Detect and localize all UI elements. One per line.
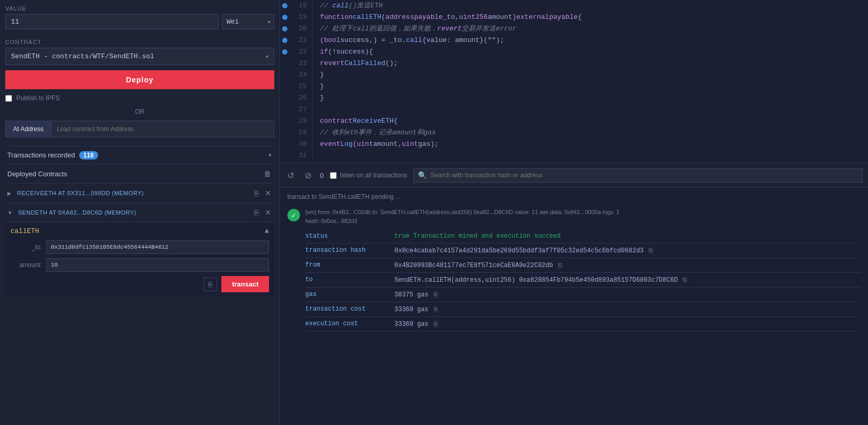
contract-sendeth-header[interactable]: ▼ SENDETH AT 0XA82...D8C6D (MEMORY) ⎘ ✕ bbox=[7, 207, 272, 218]
value-label: VALUE bbox=[5, 5, 274, 12]
publish-checkbox[interactable] bbox=[5, 95, 12, 102]
remove-contract2-button[interactable]: ✕ bbox=[264, 207, 272, 218]
param-to-label: _to: bbox=[10, 243, 42, 251]
tx-success-icon: ✓ bbox=[287, 209, 300, 221]
param-to-row: _to: bbox=[10, 240, 269, 254]
calleth-header[interactable]: callETH ▲ bbox=[10, 227, 269, 235]
tx-field-status: statustrue Transaction mined and executi… bbox=[305, 229, 861, 243]
at-address-row: At Address bbox=[5, 121, 274, 137]
contract-receiveeth-header[interactable]: ▶ RECEIVEETH AT 0X311...099DD (MEMORY) ⎘… bbox=[7, 188, 272, 198]
remove-contract1-button[interactable]: ✕ bbox=[264, 188, 272, 198]
copy-field-button[interactable]: ⎘ bbox=[681, 276, 689, 284]
tx-field-transaction-hash: transaction hash0x0ce4cabab7c4157a4d291d… bbox=[305, 243, 861, 258]
tx-field-execution-cost: execution cost33369 gas⎘ bbox=[305, 317, 861, 332]
tx-recorded-chevron: ▾ bbox=[268, 151, 272, 160]
code-content: // call()发送ETH function callETH(address … bbox=[313, 0, 868, 163]
tx-field-label: gas bbox=[305, 291, 389, 298]
wei-select[interactable]: Wei bbox=[222, 14, 274, 29]
calleth-section: callETH ▲ _to: amount: ⎘ transact bbox=[5, 222, 274, 296]
tx-field-value: true Transaction mined and execution suc… bbox=[394, 232, 561, 240]
calleth-title: callETH bbox=[10, 227, 39, 235]
param-amount-row: amount: bbox=[10, 258, 269, 272]
value-input[interactable] bbox=[5, 14, 219, 29]
contract2-arrow: ▼ bbox=[7, 210, 13, 216]
contract-select-wrap: SendETH - contracts/WTF/SendETH.sol bbox=[5, 48, 274, 65]
tx-field-transaction-cost: transaction cost33369 gas⎘ bbox=[305, 302, 861, 317]
line-numbers: 1819202122232425262728293031 bbox=[292, 0, 313, 163]
listen-row: listen on all transactions bbox=[330, 172, 407, 179]
pending-line: transact to SendETH.callETH pending ... bbox=[287, 193, 861, 200]
contract-sendeth: ▼ SENDETH AT 0XA82...D8C6D (MEMORY) ⎘ ✕ bbox=[5, 203, 274, 222]
bottom-toolbar: ↺ ⊘ 0 listen on all transactions 🔍 bbox=[280, 163, 868, 188]
breakpoint-column bbox=[280, 0, 292, 163]
deployed-contracts-row: Deployed Contracts 🗑 bbox=[5, 164, 274, 183]
at-address-button[interactable]: At Address bbox=[5, 121, 51, 137]
tx-fields: statustrue Transaction mined and executi… bbox=[305, 229, 861, 332]
deploy-button[interactable]: Deploy bbox=[5, 70, 274, 89]
tx-field-value: 0x4B20993Bc481177ec7E8f571ceCaE8A9e22C02… bbox=[394, 262, 553, 269]
tx-field-gas: gas38375 gas⎘ bbox=[305, 288, 861, 302]
calleth-footer: ⎘ transact bbox=[10, 276, 269, 292]
code-editor: 1819202122232425262728293031 // call()发送… bbox=[280, 0, 868, 163]
tx-recorded-row[interactable]: Transactions recorded 116 ▾ bbox=[5, 146, 274, 164]
contract1-title: RECEIVEETH AT 0X311...099DD (MEMORY) bbox=[17, 190, 144, 196]
tx-field-from: from0x4B20993Bc481177ec7E8f571ceCaE8A9e2… bbox=[305, 258, 861, 273]
copy-contract2-button[interactable]: ⎘ bbox=[253, 207, 260, 218]
value-row: Wei bbox=[5, 14, 274, 29]
publish-label: Publish to IPFS bbox=[16, 94, 60, 102]
tx-summary: [vm] from: 0x4B2...C02db to: SendETH.cal… bbox=[305, 208, 861, 225]
contract-label: CONTRACT bbox=[5, 39, 274, 45]
at-address-input[interactable] bbox=[51, 121, 274, 137]
tx-field-value: 38375 gas bbox=[394, 291, 428, 299]
tx-field-label: from bbox=[305, 261, 389, 269]
search-input[interactable] bbox=[430, 172, 858, 179]
tx-counter: 0 bbox=[320, 172, 324, 179]
tx-entry: ✓ [vm] from: 0x4B2...C02db to: SendETH.c… bbox=[287, 208, 861, 332]
tx-count-badge: 116 bbox=[79, 151, 98, 160]
or-divider: OR bbox=[5, 108, 274, 115]
stop-button[interactable]: ⊘ bbox=[303, 168, 314, 183]
contract-select[interactable]: SendETH - contracts/WTF/SendETH.sol bbox=[5, 48, 274, 65]
copy-field-button[interactable]: ⎘ bbox=[647, 247, 655, 254]
delete-contracts-button[interactable]: 🗑 bbox=[263, 168, 272, 179]
search-wrap[interactable]: 🔍 bbox=[413, 168, 863, 183]
param-amount-input[interactable] bbox=[46, 258, 269, 272]
tx-field-label: transaction cost bbox=[305, 305, 389, 313]
wei-select-wrap: Wei bbox=[222, 14, 274, 29]
transact-button[interactable]: transact bbox=[221, 276, 269, 292]
tx-body: [vm] from: 0x4B2...C02db to: SendETH.cal… bbox=[305, 208, 861, 332]
copy-field-button[interactable]: ⎘ bbox=[432, 320, 440, 328]
tx-field-value: 0x0ce4cabab7c4157a4d291da5be269d55bddf3a… bbox=[394, 247, 644, 254]
tx-log: transact to SendETH.callETH pending ... … bbox=[280, 188, 868, 425]
tx-field-label: to bbox=[305, 276, 389, 283]
search-icon: 🔍 bbox=[418, 171, 427, 180]
param-to-input[interactable] bbox=[46, 240, 269, 254]
param-amount-label: amount: bbox=[10, 261, 42, 269]
deployed-contracts-label: Deployed Contracts bbox=[7, 170, 67, 178]
tx-field-value: 33369 gas bbox=[394, 321, 428, 328]
left-panel: VALUE Wei CONTRACT SendETH - contracts/W… bbox=[0, 0, 280, 425]
copy-field-button[interactable]: ⎘ bbox=[556, 261, 564, 269]
listen-label: listen on all transactions bbox=[340, 172, 407, 179]
listen-checkbox[interactable] bbox=[330, 172, 337, 179]
contract-receiveeth: ▶ RECEIVEETH AT 0X311...099DD (MEMORY) ⎘… bbox=[5, 183, 274, 203]
copy-field-button[interactable]: ⎘ bbox=[432, 291, 440, 299]
tx-field-to: toSendETH.callETH(address,uint256) 0xa82… bbox=[305, 273, 861, 288]
calleth-chevron: ▲ bbox=[265, 227, 269, 235]
tx-field-value: SendETH.callETH(address,uint256) 0xa8288… bbox=[394, 277, 678, 284]
copy-calleth-button[interactable]: ⎘ bbox=[203, 278, 217, 291]
copy-field-button[interactable]: ⎘ bbox=[432, 305, 440, 313]
clear-button[interactable]: ↺ bbox=[285, 168, 296, 183]
tx-field-label: transaction hash bbox=[305, 247, 389, 254]
tx-field-label: status bbox=[305, 232, 389, 240]
contract2-title: SENDETH AT 0XA82...D8C6D (MEMORY) bbox=[18, 209, 136, 216]
contract1-arrow: ▶ bbox=[7, 190, 12, 196]
tx-field-value: 33369 gas bbox=[394, 306, 428, 313]
tx-recorded-label: Transactions recorded bbox=[7, 151, 75, 159]
right-panel: 1819202122232425262728293031 // call()发送… bbox=[280, 0, 868, 425]
tx-field-label: execution cost bbox=[305, 320, 389, 327]
copy-contract1-button[interactable]: ⎘ bbox=[253, 188, 260, 198]
publish-row: Publish to IPFS bbox=[5, 94, 274, 102]
